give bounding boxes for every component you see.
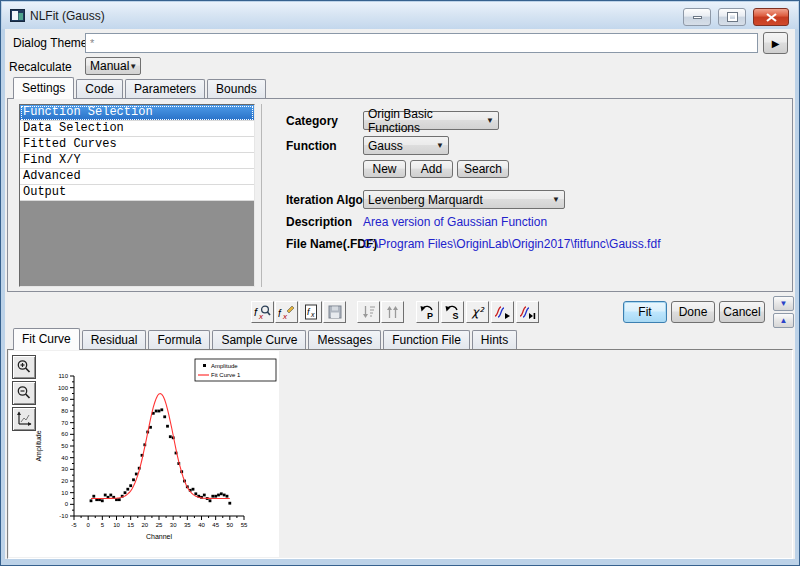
search-function-button[interactable]: Search (457, 160, 509, 178)
init-parameters-button (357, 301, 380, 323)
chi-square-button[interactable]: χ² (466, 301, 489, 323)
svg-text:20: 20 (61, 478, 68, 484)
dialog-window: NLFit (Gauss) Dialog Theme ▶ Recalculate… (0, 0, 800, 566)
sort-down-icon (361, 304, 377, 320)
iteration-algorithm-combo[interactable]: Levenberg Marquardt ▼ (363, 190, 565, 209)
chevron-down-icon: ▼ (552, 195, 560, 204)
revert-s-icon: S (444, 304, 461, 320)
svg-text:25: 25 (156, 522, 163, 528)
svg-text:30: 30 (61, 466, 68, 472)
tab-code[interactable]: Code (76, 79, 123, 98)
function-combo[interactable]: Gauss ▼ (363, 136, 449, 155)
svg-text:90: 90 (61, 396, 68, 402)
chi-square-icon: χ² (472, 305, 484, 319)
svg-text:45: 45 (212, 522, 219, 528)
svg-text:110: 110 (58, 373, 68, 379)
expand-panel-button[interactable]: ▲ (773, 313, 794, 328)
cancel-button[interactable]: Cancel (719, 301, 765, 323)
app-icon (10, 9, 25, 22)
recalculate-label: Recalculate (9, 60, 72, 74)
svg-text:10: 10 (113, 522, 120, 528)
minimize-button[interactable] (683, 8, 711, 26)
tab-bounds[interactable]: Bounds (207, 79, 266, 98)
svg-text:-10: -10 (59, 513, 68, 519)
list-item-function-selection[interactable]: Function Selection (20, 105, 254, 121)
done-button[interactable]: Done (671, 301, 715, 323)
zoom-out-button[interactable] (12, 381, 36, 405)
function-label: Function (286, 139, 337, 153)
svg-text:0: 0 (65, 501, 69, 507)
chevron-down-icon: ▼ (436, 141, 444, 150)
svg-text:50: 50 (226, 522, 233, 528)
zoom-in-button[interactable] (12, 355, 36, 379)
chevron-down-icon: ▼ (129, 62, 137, 71)
zoom-out-icon (16, 385, 32, 401)
fit-button[interactable]: Fit (623, 301, 667, 323)
save-icon (327, 304, 343, 320)
svg-text:30: 30 (170, 522, 177, 528)
list-item-data-selection[interactable]: Data Selection (20, 121, 254, 137)
function-value: Gauss (368, 139, 403, 153)
collapse-panel-button[interactable]: ▼ (773, 296, 794, 311)
list-item-advanced[interactable]: Advanced (20, 169, 254, 185)
function-file-icon: f x (303, 304, 319, 320)
revert-settings-button[interactable]: S (441, 301, 464, 323)
tab-sample-curve[interactable]: Sample Curve (212, 330, 306, 349)
tab-function-file[interactable]: Function File (383, 330, 470, 349)
fit-until-converged-button[interactable] (516, 301, 539, 323)
fit-curve-panel: -50510152025303540455055-100102030405060… (7, 349, 793, 559)
search-function-toolbar-button[interactable]: f x (251, 301, 274, 323)
svg-text:P: P (427, 311, 433, 320)
one-iteration-button[interactable] (491, 301, 514, 323)
list-item-find-xy[interactable]: Find X/Y (20, 153, 254, 169)
svg-text:Fit Curve 1: Fit Curve 1 (211, 372, 241, 378)
svg-text:40: 40 (198, 522, 205, 528)
list-item-output[interactable]: Output (20, 185, 254, 201)
list-item-fitted-curves[interactable]: Fitted Curves (20, 137, 254, 153)
fit-curve-chart: -50510152025303540455055-100102030405060… (33, 353, 279, 553)
svg-text:Amplitude: Amplitude (35, 430, 43, 461)
revert-parameters-button[interactable]: P (416, 301, 439, 323)
svg-text:70: 70 (61, 420, 68, 426)
svg-text:f: f (254, 306, 258, 318)
theme-flyout-button[interactable]: ▶ (763, 32, 788, 54)
description-value: Area version of Gaussian Function (363, 215, 547, 229)
svg-text:5: 5 (101, 522, 105, 528)
svg-text:x: x (310, 311, 315, 318)
category-label: Category (286, 114, 338, 128)
svg-text:x: x (258, 312, 264, 320)
tab-formula[interactable]: Formula (148, 330, 210, 349)
tab-residual[interactable]: Residual (82, 330, 147, 349)
edit-function-icon: f x (278, 304, 295, 320)
svg-text:15: 15 (127, 522, 134, 528)
tab-messages[interactable]: Messages (308, 330, 381, 349)
graph-preview: -50510152025303540455055-100102030405060… (9, 351, 279, 557)
tab-hints[interactable]: Hints (472, 330, 517, 349)
close-button[interactable] (753, 8, 789, 26)
top-tabstrip: Settings Code Parameters Bounds (13, 80, 268, 98)
recalculate-combo[interactable]: Manual ▼ (85, 57, 141, 75)
rescale-axes-button[interactable] (12, 407, 36, 431)
category-combo[interactable]: Origin Basic Functions ▼ (363, 111, 499, 130)
restore-button[interactable] (718, 8, 746, 26)
svg-text:80: 80 (61, 408, 68, 414)
edit-function-button[interactable]: f x (275, 301, 298, 323)
tab-settings[interactable]: Settings (13, 77, 74, 99)
restore-icon (728, 13, 737, 21)
minimize-icon (693, 16, 702, 19)
rescale-axes-icon (16, 411, 32, 427)
filename-value: C:\Program Files\OriginLab\Origin2017\fi… (363, 237, 660, 251)
close-icon (766, 13, 777, 22)
tab-fit-curve[interactable]: Fit Curve (13, 328, 80, 350)
svg-text:50: 50 (61, 443, 68, 449)
function-organizer-button[interactable]: f x (299, 301, 322, 323)
dialog-theme-label: Dialog Theme (13, 36, 87, 50)
tab-parameters[interactable]: Parameters (125, 79, 205, 98)
titlebar[interactable]: NLFit (Gauss) (2, 2, 798, 29)
add-function-button[interactable]: Add (410, 160, 453, 178)
save-function-button (323, 301, 346, 323)
new-function-button[interactable]: New (363, 160, 406, 178)
flyout-arrow-icon: ▶ (772, 38, 780, 49)
dialog-theme-input[interactable] (85, 33, 758, 53)
svg-text:55: 55 (241, 522, 248, 528)
